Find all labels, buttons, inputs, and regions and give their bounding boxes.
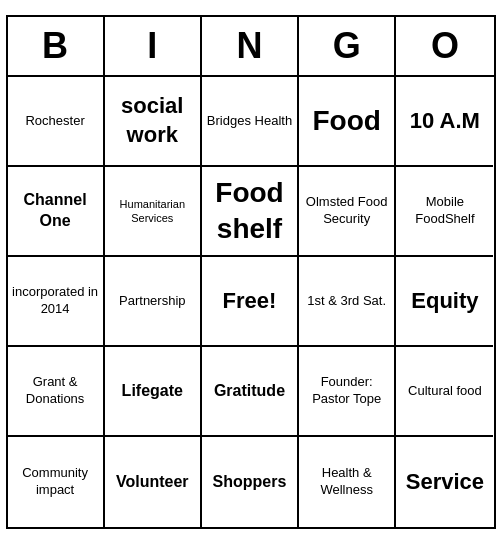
bingo-cell: Grant & Donations (8, 347, 105, 437)
bingo-cell: Bridges Health (202, 77, 299, 167)
bingo-cell: Humanitarian Services (105, 167, 202, 257)
bingo-cell: incorporated in 2014 (8, 257, 105, 347)
bingo-cell: Partnership (105, 257, 202, 347)
header-letter: G (299, 17, 396, 75)
bingo-cell: 1st & 3rd Sat. (299, 257, 396, 347)
bingo-cell: Lifegate (105, 347, 202, 437)
bingo-cell: Food (299, 77, 396, 167)
header-letter: B (8, 17, 105, 75)
bingo-cell: social work (105, 77, 202, 167)
header-letter: O (396, 17, 493, 75)
header-letter: N (202, 17, 299, 75)
bingo-cell: Cultural food (396, 347, 493, 437)
bingo-cell: Equity (396, 257, 493, 347)
bingo-cell: Founder: Pastor Tope (299, 347, 396, 437)
bingo-cell: Olmsted Food Security (299, 167, 396, 257)
bingo-card: BINGO Rochestersocial workBridges Health… (6, 15, 496, 529)
bingo-cell: Volunteer (105, 437, 202, 527)
bingo-header: BINGO (8, 17, 494, 77)
bingo-cell: Health & Wellness (299, 437, 396, 527)
bingo-cell: Channel One (8, 167, 105, 257)
bingo-grid: Rochestersocial workBridges HealthFood10… (8, 77, 494, 527)
header-letter: I (105, 17, 202, 75)
bingo-cell: Service (396, 437, 493, 527)
bingo-cell: Shoppers (202, 437, 299, 527)
bingo-cell: 10 A.M (396, 77, 493, 167)
bingo-cell: Free! (202, 257, 299, 347)
bingo-cell: Mobile FoodShelf (396, 167, 493, 257)
bingo-cell: Food shelf (202, 167, 299, 257)
bingo-cell: Gratitude (202, 347, 299, 437)
bingo-cell: Community impact (8, 437, 105, 527)
bingo-cell: Rochester (8, 77, 105, 167)
